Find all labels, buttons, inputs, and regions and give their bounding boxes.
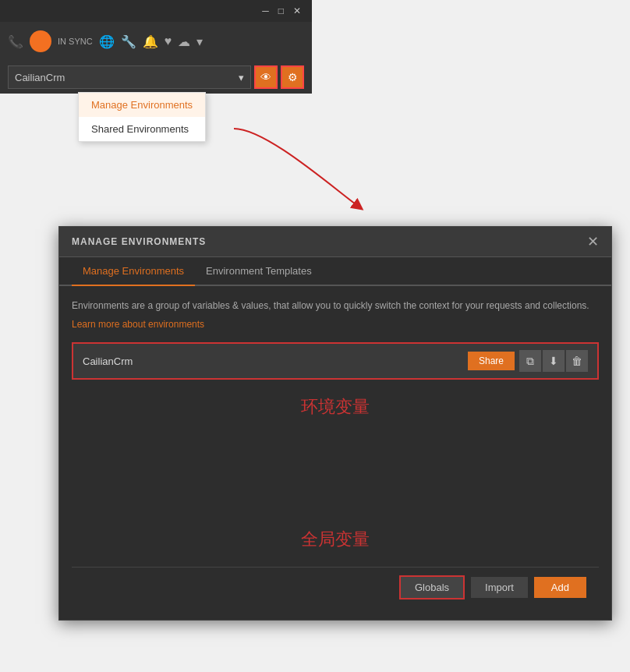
phone-icon[interactable]: 📞 <box>8 34 23 49</box>
heart-icon[interactable]: ♥ <box>165 34 172 48</box>
logo <box>30 30 51 52</box>
chevron-down-icon[interactable]: ▾ <box>196 34 203 49</box>
env-item-cailiancrm: CailianCrm Share ⧉ ⬇ 🗑 <box>72 342 599 380</box>
annotation-global-variables: 全局变量 <box>72 528 599 551</box>
download-env-button[interactable]: ⬇ <box>543 350 565 372</box>
share-button[interactable]: Share <box>468 352 515 370</box>
dropdown-menu: Manage Environments Shared Environments <box>78 92 206 142</box>
minimize-button[interactable]: ─ <box>257 4 274 18</box>
env-dropdown[interactable]: CailianCrm ▾ <box>8 65 251 89</box>
close-window-button[interactable]: ✕ <box>288 4 306 18</box>
maximize-button[interactable]: □ <box>274 4 288 18</box>
dialog-footer: Globals Import Add <box>72 567 599 607</box>
annotation-env-variables: 环境变量 <box>72 395 599 419</box>
dropdown-chevron-icon: ▾ <box>239 72 244 83</box>
gear-icon: ⚙ <box>288 71 298 83</box>
title-bar: ─ □ ✕ <box>0 0 312 22</box>
dialog-title: MANAGE ENVIRONMENTS <box>72 236 206 247</box>
cloud-icon[interactable]: ☁ <box>178 34 190 49</box>
tab-environment-templates[interactable]: Environment Templates <box>195 257 323 286</box>
app-bar: ─ □ ✕ 📞 IN SYNC 🌐 🔧 🔔 ♥ ☁ ▾ CailianCrm ▾… <box>0 0 312 94</box>
menu-item-shared-environments[interactable]: Shared Environments <box>79 117 205 141</box>
gear-button[interactable]: ⚙ <box>281 65 304 89</box>
eye-icon: 👁 <box>260 71 271 83</box>
sync-label: IN SYNC <box>58 37 93 46</box>
dialog-close-button[interactable]: ✕ <box>587 235 599 249</box>
env-item-name: CailianCrm <box>83 355 468 367</box>
sync-badge: IN SYNC <box>58 37 93 46</box>
delete-env-button[interactable]: 🗑 <box>566 350 588 372</box>
dialog-description: Environments are a group of variables & … <box>72 299 599 313</box>
add-button[interactable]: Add <box>534 577 586 598</box>
dialog-tabs: Manage Environments Environment Template… <box>59 257 611 286</box>
tab-manage-environments[interactable]: Manage Environments <box>72 257 195 286</box>
wrench-icon[interactable]: 🔧 <box>121 34 136 49</box>
import-button[interactable]: Import <box>471 577 528 598</box>
globals-button[interactable]: Globals <box>399 575 465 599</box>
dialog-header: MANAGE ENVIRONMENTS ✕ <box>59 227 611 257</box>
toolbar: 📞 IN SYNC 🌐 🔧 🔔 ♥ ☁ ▾ <box>0 22 312 61</box>
bell-icon[interactable]: 🔔 <box>143 34 158 49</box>
globe-icon[interactable]: 🌐 <box>99 34 115 49</box>
env-selected-label: CailianCrm <box>15 72 65 83</box>
dialog-body: Environments are a group of variables & … <box>59 286 611 620</box>
env-selector-row: CailianCrm ▾ 👁 ⚙ <box>0 61 312 94</box>
menu-item-manage-environments[interactable]: Manage Environments <box>79 93 205 117</box>
arrow-annotation <box>218 121 374 214</box>
copy-env-button[interactable]: ⧉ <box>519 350 541 372</box>
learn-more-link[interactable]: Learn more about environments <box>72 319 599 330</box>
manage-environments-dialog: MANAGE ENVIRONMENTS ✕ Manage Environment… <box>58 226 612 621</box>
eye-button[interactable]: 👁 <box>254 65 278 89</box>
